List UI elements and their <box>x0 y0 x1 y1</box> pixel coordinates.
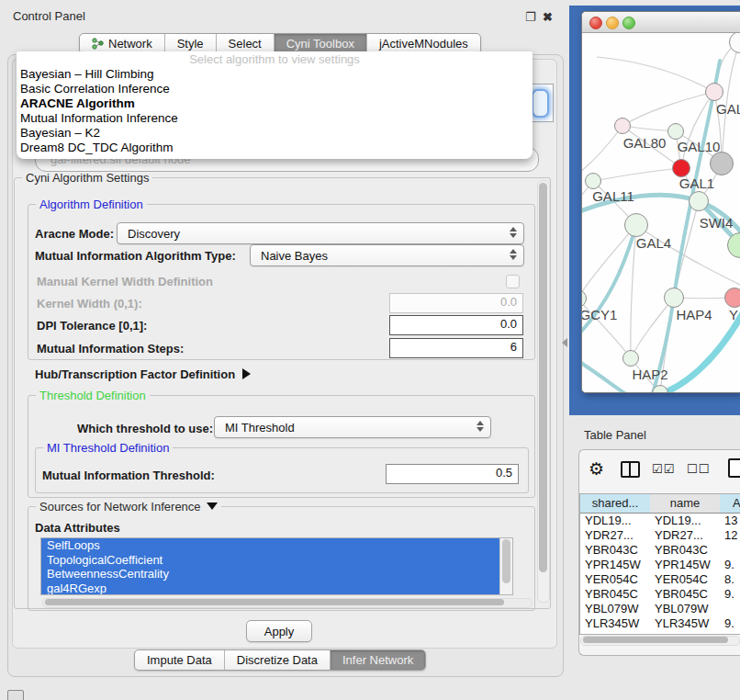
tab-select[interactable]: Select <box>216 34 274 53</box>
float-window-icon[interactable]: ❐ <box>525 10 536 24</box>
column-header-name[interactable]: name <box>650 494 721 514</box>
table-row[interactable]: YBL079WYBL079W <box>580 602 740 616</box>
tab-style[interactable]: Style <box>164 34 216 53</box>
tab-label: Cyni Toolbox <box>286 37 354 51</box>
network-canvas[interactable]: GALGAL80GAL10GAL1GAL11SWI4GAL4GCY1HAP4YH… <box>582 33 740 392</box>
algorithm-option[interactable]: Mutual Information Inference <box>17 111 533 126</box>
table-row[interactable]: YBR043CYBR043C <box>580 543 740 558</box>
table-row[interactable]: YIL052CYIL052C9. <box>580 631 740 635</box>
bottom-tab-infer-network[interactable]: Infer Network <box>330 650 425 670</box>
dpi-tolerance-field[interactable]: 0.0 <box>389 315 523 335</box>
settings-vertical-scrollbar[interactable] <box>537 180 550 603</box>
scrollbar-thumb[interactable] <box>539 183 547 572</box>
network-node-gal11[interactable] <box>585 173 601 189</box>
document-icon[interactable] <box>728 458 740 478</box>
bottom-tab-discretize-data[interactable]: Discretize Data <box>224 650 330 670</box>
unchecked-boxes-icon[interactable]: ☐☐ <box>687 462 710 476</box>
checked-boxes-icon[interactable]: ☑☑ <box>652 462 675 476</box>
combo-spinner-icon <box>510 249 517 260</box>
network-node-gal10[interactable] <box>667 123 684 140</box>
network-node[interactable] <box>710 152 734 175</box>
tab-cyni-toolbox[interactable]: Cyni Toolbox <box>274 34 366 53</box>
algorithm-option[interactable]: ARACNE Algorithm <box>17 96 533 111</box>
column-header-shared-[interactable]: shared... <box>580 494 651 514</box>
table-cell: YDR27... <box>580 528 650 543</box>
algorithm-option[interactable]: Dream8 DC_TDC Algorithm <box>17 141 533 155</box>
table-row[interactable]: YPR145WYPR145W9. <box>580 558 740 572</box>
node-label: SWI4 <box>700 215 734 231</box>
minimized-window-icon[interactable] <box>7 690 24 700</box>
table-row[interactable]: YDL19...YDL19...13 <box>580 514 740 528</box>
node-label: HAP2 <box>632 367 667 382</box>
hub-definition-expander[interactable]: Hub/Transcription Factor Definition <box>35 367 251 381</box>
network-node-hap2[interactable] <box>622 350 639 367</box>
tab-network[interactable]: Network <box>80 34 164 53</box>
table-cell: YER054C <box>580 572 650 587</box>
network-window-titlebar[interactable] <box>582 12 740 33</box>
manual-kernel-checkbox[interactable] <box>506 275 520 288</box>
hub-definition-label: Hub/Transcription Factor Definition <box>35 367 235 381</box>
list-vertical-scrollbar[interactable] <box>499 538 512 594</box>
which-threshold-value: MI Threshold <box>225 421 295 435</box>
zoom-traffic-light-icon[interactable] <box>622 17 635 29</box>
focused-combo-button[interactable] <box>532 89 549 118</box>
kernel-width-field[interactable]: 0.0 <box>389 293 523 313</box>
tab-jactivemnodules[interactable]: jActiveMNodules <box>366 34 480 53</box>
mi-steps-label: Mutual Information Steps: <box>37 342 184 356</box>
network-node-gal80[interactable] <box>614 118 631 134</box>
table-row[interactable]: YER054CYER054C8. <box>580 572 740 587</box>
scrollbar-thumb[interactable] <box>583 637 728 643</box>
table-horizontal-scrollbar[interactable] <box>580 636 740 646</box>
mi-threshold-field[interactable]: 0.5 <box>386 464 519 484</box>
network-desktop: GALGAL80GAL10GAL1GAL11SWI4GAL4GCY1HAP4YH… <box>569 6 740 415</box>
apply-button[interactable]: Apply <box>246 620 312 642</box>
gear-icon[interactable]: ⚙ <box>589 458 604 480</box>
mi-steps-field[interactable]: 6 <box>389 338 523 358</box>
table-cell: 8. <box>720 572 740 587</box>
list-horizontal-scrollbar[interactable] <box>42 598 533 608</box>
attribute-list-item[interactable]: TopologicalCoefficient <box>41 553 512 568</box>
attribute-list-item[interactable]: gal4RGexp <box>41 581 512 596</box>
scrollbar-thumb[interactable] <box>502 539 510 583</box>
panel-collapse-handle[interactable] <box>562 338 567 347</box>
node-label: GAL4 <box>636 235 671 251</box>
aracne-mode-value: Discovery <box>128 227 180 241</box>
network-view-window[interactable]: GALGAL80GAL10GAL1GAL11SWI4GAL4GCY1HAP4YH… <box>581 11 740 393</box>
table-cell: 9. <box>720 631 740 635</box>
network-node-y[interactable] <box>724 288 740 308</box>
network-node-gal[interactable] <box>705 83 723 101</box>
bottom-tab-impute-data[interactable]: Impute Data <box>135 650 224 670</box>
network-node-hap4[interactable] <box>664 288 684 308</box>
network-node-swi4[interactable] <box>689 191 709 211</box>
mi-type-combo[interactable]: Naive Bayes <box>250 244 524 266</box>
algorithm-option[interactable]: Basic Correlation Inference <box>17 82 533 96</box>
minimize-traffic-light-icon[interactable] <box>606 17 619 29</box>
table-cell: 12 <box>720 528 740 543</box>
attribute-list-item[interactable]: BetweennessCentrality <box>41 567 512 581</box>
table-row[interactable]: YDR27...YDR27...12 <box>580 528 740 543</box>
table-row[interactable]: YLR345WYLR345W9. <box>580 616 740 631</box>
table-row[interactable]: YBR045CYBR045C9. <box>580 587 740 602</box>
table-cell: 9. <box>720 616 740 631</box>
aracne-mode-combo[interactable]: Discovery <box>117 222 524 244</box>
split-columns-icon[interactable] <box>621 461 640 478</box>
network-node-gal4[interactable] <box>624 213 648 237</box>
attribute-list-item[interactable]: SelfLoops <box>41 538 512 553</box>
table-cell: YBR043C <box>580 543 650 558</box>
column-header-a[interactable]: A <box>720 494 740 514</box>
close-panel-icon[interactable]: ✖ <box>543 10 553 24</box>
algorithm-combo-fragment <box>530 84 554 122</box>
which-threshold-combo[interactable]: MI Threshold <box>214 416 491 438</box>
data-attributes-list[interactable]: SelfLoopsTopologicalCoefficientBetweenne… <box>40 537 513 595</box>
table-cell: YBR045C <box>650 587 720 602</box>
mi-threshold-group-title: MI Threshold Definition <box>43 441 173 455</box>
node-label: GCY1 <box>582 307 617 322</box>
table-cell: YDR27... <box>650 528 720 543</box>
close-traffic-light-icon[interactable] <box>589 17 602 29</box>
scrollbar-thumb[interactable] <box>45 599 504 605</box>
node-attribute-table[interactable]: shared...nameA YDL19...YDL19...13YDR27..… <box>579 493 740 635</box>
algorithm-option[interactable]: Bayesian – K2 <box>17 126 533 141</box>
table-cell: YER054C <box>650 572 720 587</box>
manual-kernel-label: Manual Kernel Width Definition <box>37 275 213 288</box>
algorithm-option[interactable]: Bayesian – Hill Climbing <box>17 67 533 82</box>
